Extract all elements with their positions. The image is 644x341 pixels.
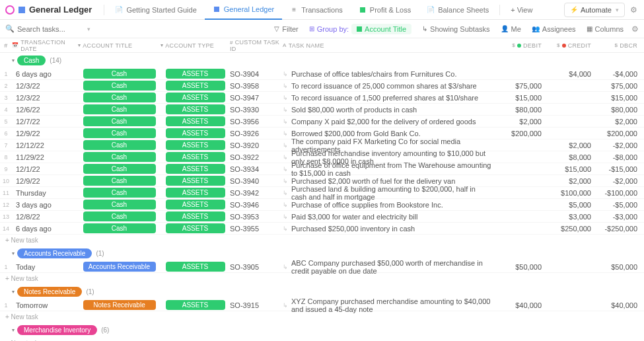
settings-icon[interactable]: ⚙ [631,24,639,34]
cell-dbcr[interactable]: $80,000 [591,106,644,114]
table-row[interactable]: 123 days agoCashASSETSSO-3946↳Purchase o… [0,199,644,211]
cell-debit[interactable]: $50,000 [492,263,542,271]
cell-task[interactable]: ↳Purchase of office equipment from The W… [283,161,492,177]
col-transaction-date[interactable]: 📅TRANSACTION DATE [12,39,78,52]
tab-profit-loss[interactable]: Profit & Loss [351,0,419,20]
cell-task[interactable]: ↳Sold $80,000 worth of products in cash [283,106,492,114]
cell-account-type[interactable]: ASSETS [161,93,230,102]
cell-date[interactable]: 3 days ago [12,201,78,209]
col-credit[interactable]: $CREDIT [542,42,591,49]
subtasks-button[interactable]: ↳Showing Subtasks [417,23,495,35]
cell-ctid[interactable]: SO-3905 [230,263,283,271]
cell-account-title[interactable]: Cash [78,200,161,209]
new-task-button[interactable]: + New task [0,235,644,246]
cell-ctid[interactable]: SO-3926 [230,130,283,137]
cell-ctid[interactable]: SO-3946 [230,201,283,209]
cell-credit[interactable]: $2,000 [542,177,591,185]
cell-account-type[interactable]: ASSETS [161,223,230,233]
cell-date[interactable]: 12/1/22 [12,165,78,173]
cell-ctid[interactable]: SO-3942 [230,189,283,197]
cell-account-title[interactable]: Cash [78,128,161,138]
cell-account-type[interactable]: ASSETS [161,300,230,310]
cell-account-type[interactable]: ASSETS [161,200,230,209]
search-input[interactable] [17,25,83,33]
cell-dbcr[interactable]: $50,000 [591,263,644,271]
cell-account-type[interactable]: ASSETS [161,262,230,272]
cell-account-type[interactable]: ASSETS [161,176,230,186]
cell-dbcr[interactable]: $2,000 [591,118,644,126]
cell-task[interactable]: ↳To record issuance of 1,500 preferred s… [283,94,492,102]
groupby-chip[interactable]: Account Title [351,24,411,34]
cell-ctid[interactable]: SO-3915 [230,301,283,309]
tab-transactions[interactable]: ≡Transactions [282,0,351,20]
cell-task[interactable]: ↳Company X paid $2,000 for the delivery … [283,118,492,126]
cell-account-type[interactable]: ASSETS [161,81,230,91]
cell-account-title[interactable]: Cash [78,104,161,114]
cell-task[interactable]: ↳XYZ Company purchased merchandise amoun… [283,297,492,313]
cell-ctid[interactable]: SO-3955 [230,225,283,233]
group-pill[interactable]: Cash [17,56,46,65]
cell-dbcr[interactable]: -$15,000 [591,165,644,173]
table-row[interactable]: 912/1/22CashASSETSSO-3934↳Purchase of of… [0,163,644,175]
cell-account-type[interactable]: ASSETS [161,128,230,138]
cell-date[interactable]: 12/6/22 [12,106,78,114]
cell-ctid[interactable]: SO-3934 [230,165,283,173]
cell-dbcr[interactable]: -$100,000 [591,189,644,197]
cell-account-type[interactable]: ASSETS [161,104,230,114]
cell-date[interactable]: 12/9/22 [12,130,78,137]
cell-task[interactable]: ↳Borrowed $200,000 from Gold Bank Co. [283,130,492,137]
assignees-button[interactable]: 👥Assignees [526,23,581,35]
cell-date[interactable]: 12/9/22 [12,177,78,185]
automate-button[interactable]: ⚡Automate▾ [564,3,625,17]
cell-date[interactable]: Tomorrow [12,301,78,309]
cell-ctid[interactable]: SO-3920 [230,141,283,149]
cell-task[interactable]: ↳Purchased $2,000 worth of fuel for the … [283,177,492,185]
table-row[interactable]: 1TodayAccounts ReceivableASSETSSO-3905↳A… [0,261,644,273]
cell-date[interactable]: 12/3/22 [12,82,78,90]
cell-date[interactable]: 12/12/22 [12,141,78,149]
new-task-button[interactable]: + New task [0,338,644,341]
cell-ctid[interactable]: SO-3956 [230,118,283,126]
new-task-button[interactable]: + New task [0,273,644,284]
cell-account-title[interactable]: Cash [78,93,161,102]
col-debit[interactable]: $DEBIT [492,42,542,49]
group-pill[interactable]: Accounts Receivable [17,248,92,258]
table-row[interactable]: 312/3/22CashASSETSSO-3947↳To record issu… [0,92,644,104]
cell-account-type[interactable]: ASSETS [161,211,230,221]
group-header[interactable]: ▾Merchandise Inventory(6) [0,322,644,338]
table-row[interactable]: 1312/8/22CashASSETSSO-3953↳Paid $3,000 f… [0,211,644,223]
cell-debit[interactable]: $75,000 [492,82,542,90]
cell-task[interactable]: ↳Paid $3,000 for water and electricity b… [283,213,492,221]
cell-date[interactable]: 6 days ago [12,225,78,233]
col-task-name[interactable]: ATASK NAME [283,42,492,49]
tab-balance-sheets[interactable]: 📄Balance Sheets [419,0,497,20]
cell-date[interactable]: 6 days ago [12,70,78,78]
cell-account-title[interactable]: Cash [78,116,161,126]
cell-credit[interactable]: $5,000 [542,201,591,209]
cell-task[interactable]: ↳Purchased land & building amounting to … [283,185,492,201]
cell-credit[interactable]: $4,000 [542,70,591,78]
tab-general-ledger[interactable]: General Ledger [205,0,282,20]
cell-dbcr[interactable]: -$8,000 [591,153,644,161]
cell-task[interactable]: ↳To record issuance of 25,000 common sha… [283,82,492,90]
cell-debit[interactable]: $40,000 [492,301,542,309]
group-pill[interactable]: Notes Receivable [17,287,82,297]
columns-button[interactable]: ▦Columns [581,23,629,35]
cell-task[interactable]: ↳Purchase of office supplies from Bookst… [283,201,492,209]
add-view-button[interactable]: + View [503,0,540,20]
cell-date[interactable]: 12/3/22 [12,94,78,102]
tab-getting-started[interactable]: 📄Getting Started Guide [107,0,204,20]
groupby-button[interactable]: ⊞Group by:Account Title [304,22,417,36]
table-row[interactable]: 412/6/22CashASSETSSO-3930↳Sold $80,000 w… [0,104,644,116]
cell-dbcr[interactable]: $15,000 [591,94,644,102]
cell-credit[interactable]: $15,000 [542,165,591,173]
cell-credit[interactable]: $8,000 [542,153,591,161]
cell-ctid[interactable]: SO-3953 [230,213,283,221]
cell-date[interactable]: 12/7/22 [12,118,78,126]
cell-dbcr[interactable]: $200,000 [591,130,644,137]
me-button[interactable]: 👤Me [495,23,526,35]
filter-button[interactable]: ▽Filter [269,23,303,35]
cell-credit[interactable]: $100,000 [542,189,591,197]
table-row[interactable]: 146 days agoCashASSETSSO-3955↳Purchased … [0,223,644,235]
cell-dbcr[interactable]: -$250,000 [591,225,644,233]
